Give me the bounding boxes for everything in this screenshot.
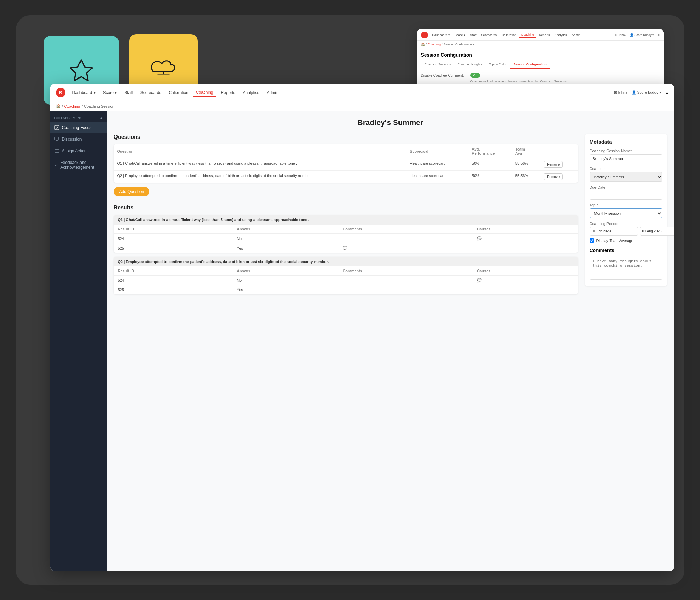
r2-row1-comments — [339, 276, 473, 285]
table-row: 525 Yes 💬 — [114, 243, 578, 253]
r2-col-id: Result ID — [114, 266, 233, 276]
bg-breadcrumb: 🏠/ Coaching / Session Configuration — [417, 41, 664, 48]
main-content: Bradley's Summer Questions Question Scor… — [107, 111, 674, 571]
bg-nav-dashboard[interactable]: Dashboard ▾ — [431, 32, 452, 38]
main-window: R Dashboard ▾ Score ▾ Staff Scorecards C… — [50, 84, 674, 571]
bg-nav-coaching[interactable]: Coaching — [519, 32, 536, 38]
r2-col-answer: Answer — [233, 266, 339, 276]
q1-remove-btn[interactable]: Remove — [544, 161, 563, 168]
metadata-title: Metadata — [590, 139, 662, 145]
two-column-layout: Questions Question Scorecard Avg.Perform… — [114, 134, 667, 298]
r1-row1-answer: No — [233, 234, 339, 243]
bg-nav-staff[interactable]: Staff — [468, 32, 478, 38]
coaching-period-label: Coaching Period: — [590, 221, 662, 226]
due-date-input[interactable] — [590, 191, 662, 200]
nav-inbox[interactable]: ⊞ Inbox — [614, 90, 627, 95]
q2-text: Q2 | Employee attempted to confirm the p… — [114, 171, 407, 183]
bg-form-label: Disable Coachee Comment: — [421, 74, 466, 77]
bg-nav-reports[interactable]: Reports — [537, 32, 552, 38]
bg-nav-admin[interactable]: Admin — [570, 32, 582, 38]
sidebar-feedback-label: Feedback and Acknowledgement — [60, 160, 102, 170]
q2-remove-btn[interactable]: Remove — [544, 173, 563, 180]
period-start-input[interactable] — [590, 227, 638, 236]
bg-logo — [421, 32, 428, 38]
coaching-session-name-input[interactable] — [590, 154, 662, 163]
col-team-avg: TeamAvg. — [512, 144, 540, 158]
r1-col-causes: Causes — [473, 225, 578, 234]
results-title: Results — [114, 205, 578, 211]
left-col: Questions Question Scorecard Avg.Perform… — [114, 134, 578, 298]
r1-row2-causes — [473, 243, 578, 253]
bg-tabs: Coaching Sessions Coaching Insights Topi… — [421, 61, 660, 69]
coachee-select[interactable]: Bradley Summers — [590, 172, 662, 182]
svg-rect-4 — [55, 137, 58, 140]
bg-nav-analytics[interactable]: Analytics — [553, 32, 569, 38]
nav-reports[interactable]: Reports — [218, 89, 238, 96]
nav-grid-icon[interactable]: ≡ — [665, 90, 668, 95]
q1-avg: 50% — [468, 158, 512, 171]
col-question: Question — [114, 144, 407, 158]
bg-tab-sessions[interactable]: Coaching Sessions — [421, 61, 454, 69]
bg-tab-config[interactable]: Session Configuration — [510, 61, 550, 69]
result-table-2: Result ID Answer Comments Causes — [114, 266, 578, 294]
table-row: 524 No 💬 — [114, 234, 578, 243]
nav-scorebuddy[interactable]: 👤 Score buddy ▾ — [631, 90, 662, 95]
bg-menu[interactable]: ≡ — [658, 33, 659, 37]
add-question-button[interactable]: Add Question — [114, 187, 150, 196]
bg-page-title: Session Configuration — [421, 52, 660, 58]
nav-scorecards[interactable]: Scorecards — [138, 89, 164, 96]
display-team-avg-checkbox[interactable] — [590, 238, 594, 243]
table-row: 524 No 💬 — [114, 276, 578, 285]
nav-staff[interactable]: Staff — [122, 89, 135, 96]
r2-col-comments: Comments — [339, 266, 473, 276]
r2-row2-comments — [339, 285, 473, 295]
q1-text: Q1 | Chat/Call answered in a time-effici… — [114, 158, 407, 171]
col-action — [540, 144, 578, 158]
r1-row2-answer: Yes — [233, 243, 339, 253]
due-date-label: Due Date: — [590, 185, 662, 189]
nav-dashboard[interactable]: Dashboard ▾ — [70, 89, 98, 96]
results-section: Results Q1 | Chat/Call answered in a tim… — [114, 205, 578, 294]
r1-row2-comments: 💬 — [339, 243, 473, 253]
sidebar-item-discussion[interactable]: Discussion — [50, 133, 107, 145]
sidebar-discussion-label: Discussion — [62, 137, 82, 142]
sidebar-item-coaching-focus[interactable]: Coaching Focus — [50, 122, 107, 133]
bg-tab-insights[interactable]: Coaching Insights — [454, 61, 486, 69]
bg-nav-calibration[interactable]: Calibration — [500, 32, 518, 38]
bg-nav-score[interactable]: Score ▾ — [453, 32, 467, 38]
coachee-label: Coachee: — [590, 167, 662, 171]
nav-admin[interactable]: Admin — [264, 89, 281, 96]
table-row: Q2 | Employee attempted to confirm the p… — [114, 171, 578, 183]
table-row: 525 Yes — [114, 285, 578, 295]
nav-calibration[interactable]: Calibration — [166, 89, 191, 96]
right-col: Metadata Coaching Session Name: Coachee:… — [585, 134, 667, 298]
bg-breadcrumb-coaching[interactable]: Coaching — [428, 43, 441, 46]
r2-row2-id: 525 — [114, 285, 233, 295]
topic-select[interactable]: Monthly session — [590, 208, 662, 218]
bg-nav-scorecards[interactable]: Scorecards — [479, 32, 499, 38]
r2-row2-answer: Yes — [233, 285, 339, 295]
comments-textarea[interactable] — [590, 256, 662, 280]
nav-score[interactable]: Score ▾ — [100, 89, 120, 96]
r1-col-comments: Comments — [339, 225, 473, 234]
bg-tab-topics[interactable]: Topics Editor — [486, 61, 510, 69]
main-logo: R — [56, 88, 65, 97]
result-group-2: Q2 | Employee attempted to confirm the p… — [114, 257, 578, 294]
r1-col-id: Result ID — [114, 225, 233, 234]
feedback-icon — [54, 163, 58, 167]
nav-analytics[interactable]: Analytics — [240, 89, 262, 96]
table-row: Q1 | Chat/Call answered in a time-effici… — [114, 158, 578, 171]
sidebar: COLLAPSE MENU ◀ Coaching Focus Discuss — [50, 111, 107, 571]
period-end-input[interactable] — [640, 227, 674, 236]
nav-coaching[interactable]: Coaching — [193, 88, 216, 97]
sidebar-item-assign-actions[interactable]: Assign Actions — [50, 145, 107, 157]
sidebar-collapse[interactable]: COLLAPSE MENU ◀ — [50, 114, 107, 122]
result-group-1-header: Q1 | Chat/Call answered in a time-effici… — [114, 215, 578, 225]
display-team-average-label[interactable]: Display Team Average — [590, 238, 662, 243]
bg-inbox[interactable]: ⊞ Inbox — [615, 33, 626, 37]
bg-scorebuddy[interactable]: 👤 Score buddy ▾ — [630, 33, 654, 37]
bg-toggle[interactable]: On — [470, 73, 480, 78]
sidebar-item-feedback[interactable]: Feedback and Acknowledgement — [50, 157, 107, 173]
breadcrumb-coaching[interactable]: Coaching — [64, 104, 80, 108]
r1-row1-comments — [339, 234, 473, 243]
